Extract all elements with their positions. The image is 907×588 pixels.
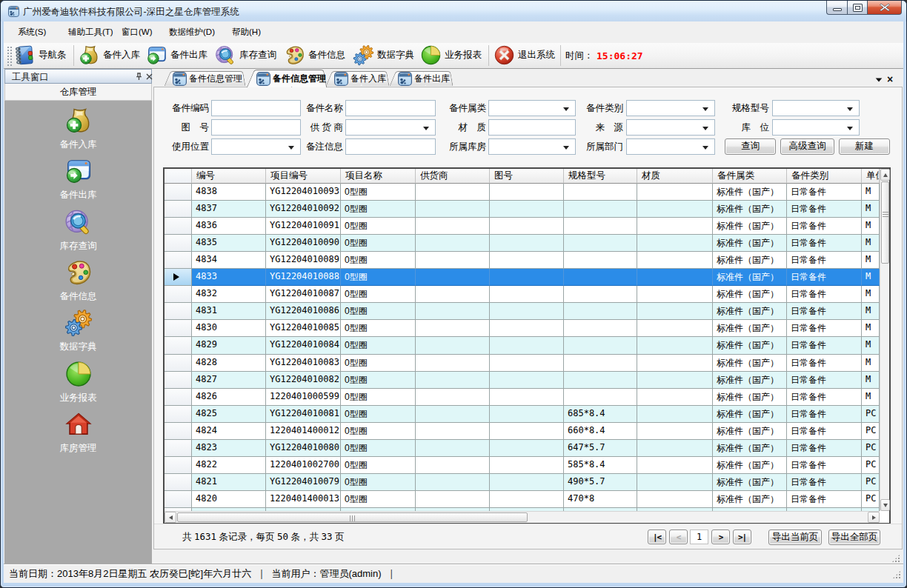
- next-page-button[interactable]: >: [711, 529, 730, 544]
- vertical-scroll-thumb[interactable]: [881, 181, 889, 264]
- cell[interactable]: [416, 389, 490, 406]
- table-row[interactable]: 4825YG122040100810型圈685*8.4标准件（国产）日常备件PC: [165, 406, 880, 423]
- cell[interactable]: 1220401000599: [266, 389, 341, 406]
- toolbar-button-stock-in[interactable]: 备件入库: [79, 43, 140, 69]
- cell[interactable]: [490, 491, 564, 508]
- cell[interactable]: 0型圈: [341, 252, 416, 269]
- search-input-备件名称[interactable]: [345, 100, 436, 116]
- cell[interactable]: M: [862, 269, 880, 286]
- cell[interactable]: [490, 252, 564, 269]
- last-page-button[interactable]: >|: [733, 529, 751, 544]
- table-row[interactable]: 4827YG122040100820型圈标准件（国产）日常备件M: [165, 372, 880, 389]
- horizontal-scrollbar[interactable]: [165, 511, 880, 523]
- cell[interactable]: [637, 389, 713, 406]
- cell[interactable]: 日常备件: [787, 474, 862, 491]
- status-resize-grip[interactable]: [892, 570, 901, 579]
- resize-grip[interactable]: [891, 554, 900, 563]
- column-header-备件属类[interactable]: 备件属类: [713, 169, 787, 184]
- row-selector-cell[interactable]: [165, 355, 192, 372]
- search-select-使用位置[interactable]: [211, 138, 301, 155]
- sidebar-item-report[interactable]: 业务报表: [4, 360, 152, 404]
- cell[interactable]: [416, 269, 490, 286]
- cell[interactable]: [637, 269, 713, 286]
- cell[interactable]: [490, 235, 564, 252]
- cell[interactable]: [416, 320, 490, 337]
- toolbar-grip[interactable]: [7, 47, 13, 67]
- search-select-备件类别[interactable]: [626, 100, 715, 116]
- cell[interactable]: [416, 201, 490, 218]
- sidebar-item-data-dict[interactable]: 数据字典: [4, 309, 152, 353]
- cell[interactable]: 日常备件: [787, 252, 862, 269]
- cell[interactable]: [416, 355, 490, 372]
- row-selector-cell[interactable]: [165, 218, 192, 235]
- tab-close-icon[interactable]: ×: [887, 76, 896, 84]
- table-row[interactable]: 482612204010005990型圈标准件（国产）日常备件M: [165, 389, 880, 406]
- search-input-材 质[interactable]: [488, 119, 576, 136]
- pin-icon[interactable]: [134, 72, 144, 81]
- cell[interactable]: 0型圈: [341, 423, 416, 440]
- cell[interactable]: [490, 201, 564, 218]
- cell[interactable]: [564, 303, 637, 320]
- cell[interactable]: YG12204010090: [266, 235, 341, 252]
- cell[interactable]: YG12204010079: [266, 474, 341, 491]
- cell[interactable]: 标准件（国产）: [713, 269, 787, 286]
- cell[interactable]: 标准件（国产）: [713, 440, 787, 457]
- search-input-图 号[interactable]: [211, 119, 301, 136]
- cell[interactable]: 4825: [192, 406, 266, 423]
- search-select-所属部门[interactable]: [626, 138, 715, 155]
- cell[interactable]: 标准件（国产）: [713, 457, 787, 474]
- cell[interactable]: [564, 372, 637, 389]
- table-row[interactable]: 482212204010027000型圈585*8.4标准件（国产）日常备件PC: [165, 457, 880, 474]
- cell[interactable]: 标准件（国产）: [713, 286, 787, 303]
- cell[interactable]: [490, 269, 564, 286]
- toolbar-button-stock-out[interactable]: 备件出库: [146, 43, 207, 69]
- cell[interactable]: YG12204010093: [266, 184, 341, 201]
- row-selector-cell[interactable]: [165, 423, 192, 440]
- cell[interactable]: [490, 406, 564, 423]
- cell[interactable]: 标准件（国产）: [713, 423, 787, 440]
- cell[interactable]: [564, 184, 637, 201]
- cell[interactable]: 4838: [192, 184, 266, 201]
- row-selector-cell[interactable]: [165, 337, 192, 355]
- row-selector-cell[interactable]: [165, 372, 192, 389]
- cell[interactable]: 日常备件: [787, 457, 862, 474]
- cell[interactable]: 日常备件: [787, 389, 862, 406]
- cell[interactable]: [564, 269, 637, 286]
- cell[interactable]: [490, 372, 564, 389]
- row-selector-cell[interactable]: [165, 252, 192, 269]
- cell[interactable]: 0型圈: [341, 218, 416, 235]
- cell[interactable]: YG12204010083: [266, 355, 341, 372]
- cell[interactable]: 日常备件: [787, 303, 862, 320]
- cell[interactable]: [490, 218, 564, 235]
- export-current-page-button[interactable]: 导出当前页: [768, 529, 822, 545]
- cell[interactable]: [564, 218, 637, 235]
- row-selector-cell[interactable]: [165, 303, 192, 320]
- search-select-库 位[interactable]: [772, 119, 860, 136]
- row-selector-cell[interactable]: [165, 286, 192, 303]
- column-header-单位[interactable]: 单位: [862, 169, 880, 184]
- cell[interactable]: YG12204010087: [266, 286, 341, 303]
- cell[interactable]: PC: [862, 423, 880, 440]
- toolbar-button-parts-info[interactable]: 备件信息: [284, 43, 345, 69]
- cell[interactable]: 标准件（国产）: [713, 337, 787, 355]
- column-header-项目名称[interactable]: 项目名称: [341, 169, 416, 184]
- tab-3[interactable]: 备件入库: [332, 71, 386, 86]
- table-row[interactable]: 4833YG122040100880型圈标准件（国产）日常备件M: [165, 269, 880, 286]
- cell[interactable]: M: [862, 184, 880, 201]
- cell[interactable]: [637, 320, 713, 337]
- tab-list-dropdown-icon[interactable]: [875, 78, 883, 82]
- column-header-项目编号[interactable]: 项目编号: [266, 169, 341, 184]
- prev-page-button[interactable]: <: [669, 529, 688, 544]
- new-button[interactable]: 新建: [839, 138, 890, 155]
- column-header-规格型号[interactable]: 规格型号: [564, 169, 637, 184]
- cell[interactable]: [490, 184, 564, 201]
- cell[interactable]: 1220401400013: [266, 491, 341, 508]
- cell[interactable]: 日常备件: [787, 406, 862, 423]
- column-header-图号[interactable]: 图号: [490, 169, 564, 184]
- sidebar-item-parts-info[interactable]: 备件信息: [4, 258, 152, 303]
- sidebar-group-header[interactable]: 仓库管理: [4, 84, 152, 101]
- sidebar-item-stock-out[interactable]: 备件出库: [4, 157, 152, 201]
- cell[interactable]: 0型圈: [341, 320, 416, 337]
- cell[interactable]: [490, 474, 564, 491]
- cell[interactable]: [490, 423, 564, 440]
